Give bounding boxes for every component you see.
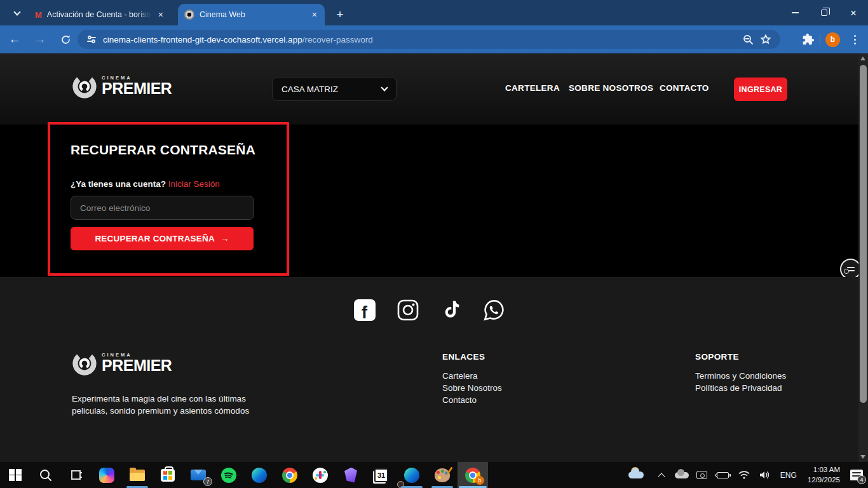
branch-selector[interactable]: CASA MATRIZ xyxy=(272,77,397,101)
divider xyxy=(820,34,820,45)
volume-button[interactable] xyxy=(754,462,775,488)
logo-text: CINEMA PREMIER xyxy=(102,352,172,375)
bookmark-star-icon[interactable] xyxy=(760,34,771,45)
branch-selector-value: CASA MATRIZ xyxy=(281,85,338,94)
email-field[interactable] xyxy=(71,196,254,220)
minimize-button[interactable] xyxy=(780,0,810,25)
spotify-icon xyxy=(221,468,236,483)
nav-contacto[interactable]: CONTACTO xyxy=(660,83,709,93)
close-button[interactable]: × xyxy=(839,0,868,25)
obsidian-icon xyxy=(344,468,357,483)
cloud-icon xyxy=(628,471,644,478)
chrome-icon xyxy=(282,468,297,483)
tab-cinema-web[interactable]: Cinema Web × xyxy=(178,4,325,25)
notification-center-button[interactable]: 4 xyxy=(845,462,868,488)
clock[interactable]: 1:03 AM 12/9/2025 xyxy=(803,462,845,488)
tab-close-icon[interactable]: × xyxy=(311,10,318,19)
chrome-button[interactable] xyxy=(275,462,305,488)
chevron-down-icon xyxy=(13,8,20,15)
footer-link-privacidad[interactable]: Políticas de Privacidad xyxy=(695,382,786,394)
edge-profile-button[interactable] xyxy=(397,462,427,488)
social-links: f xyxy=(0,298,858,322)
footer-link-cartelera[interactable]: Cartelera xyxy=(442,370,502,382)
copilot-icon xyxy=(99,468,114,483)
edge-icon xyxy=(252,468,267,483)
file-explorer-icon xyxy=(130,470,145,481)
onedrive-icon xyxy=(675,472,689,478)
nav-cartelera[interactable]: CARTELERA xyxy=(505,83,560,93)
zoom-out-icon[interactable] xyxy=(742,34,754,45)
language-indicator[interactable]: ENG xyxy=(775,462,803,488)
site-settings-icon[interactable] xyxy=(86,34,97,44)
logo-main-label: PREMIER xyxy=(102,356,172,375)
notification-badge: 4 xyxy=(857,475,866,484)
login-link[interactable]: Iniciar Sesión xyxy=(168,179,220,189)
scroll-down-arrow-icon[interactable] xyxy=(860,455,865,459)
forward-button[interactable]: → xyxy=(29,29,51,50)
system-tray: ENG 1:03 AM 12/9/2025 4 xyxy=(623,462,868,488)
spotify-button[interactable] xyxy=(214,462,244,488)
task-view-button[interactable] xyxy=(61,462,92,488)
recover-submit-button[interactable]: RECUPERAR CONTRASEÑA → xyxy=(71,227,254,250)
file-explorer-button[interactable] xyxy=(122,462,153,488)
page-scrollbar[interactable] xyxy=(858,53,868,462)
battery-button[interactable] xyxy=(712,462,734,488)
onedrive-button[interactable] xyxy=(672,462,692,488)
tab-search-button[interactable] xyxy=(8,4,27,21)
windows-logo-icon xyxy=(9,469,22,482)
show-hidden-icons-button[interactable] xyxy=(651,462,672,488)
reload-button[interactable] xyxy=(55,29,76,50)
browser-menu-button[interactable] xyxy=(845,30,864,49)
back-button[interactable]: ← xyxy=(4,29,25,50)
battery-icon xyxy=(717,472,729,478)
chrome-active-button[interactable]: b xyxy=(458,462,488,488)
taskbar: 7 31 b xyxy=(0,462,868,488)
scroll-up-arrow-icon[interactable] xyxy=(860,57,865,60)
start-button[interactable] xyxy=(0,462,31,488)
site-logo[interactable]: CINEMA PREMIER xyxy=(72,74,172,99)
prompt-text: ¿Ya tienes una cuenta? xyxy=(71,179,166,189)
edge-button[interactable] xyxy=(244,462,275,488)
calendar-button[interactable]: 31 xyxy=(366,462,397,488)
close-icon: × xyxy=(850,8,857,18)
mail-button[interactable]: 7 xyxy=(183,462,214,488)
instagram-icon[interactable] xyxy=(396,298,420,322)
whatsapp-icon[interactable] xyxy=(482,298,506,322)
tiktok-icon[interactable] xyxy=(439,298,463,322)
column-title: ENLACES xyxy=(442,352,502,362)
page-title: RECUPERAR CONTRASEÑA xyxy=(71,142,255,158)
network-button[interactable] xyxy=(734,462,754,488)
footer-logo: CINEMA PREMIER xyxy=(72,351,172,376)
scrollbar-thumb[interactable] xyxy=(860,65,867,403)
profile-avatar[interactable]: b xyxy=(825,32,840,47)
search-icon xyxy=(39,468,53,482)
footer-link-contacto[interactable]: Contacto xyxy=(442,394,502,406)
restore-icon xyxy=(821,10,827,16)
mail-badge: 7 xyxy=(203,477,212,486)
login-button[interactable]: INGRESAR xyxy=(734,78,787,101)
login-prompt: ¿Ya tienes una cuenta? Iniciar Sesión xyxy=(71,179,220,189)
new-tab-button[interactable]: + xyxy=(331,6,349,24)
weather-button[interactable] xyxy=(623,462,651,488)
window-controls: × xyxy=(780,0,868,25)
footer-link-sobre-nosotros[interactable]: Sobre Nosotros xyxy=(442,382,502,394)
taskbar-search-button[interactable] xyxy=(31,462,61,488)
address-bar[interactable]: cinema-clients-frontend-git-dev-cochasof… xyxy=(78,30,780,49)
wifi-icon xyxy=(738,470,750,480)
tab-gmail[interactable]: M Activación de Cuenta - borisscr × xyxy=(29,4,171,25)
extensions-icon[interactable] xyxy=(802,33,815,46)
cast-button[interactable] xyxy=(692,462,712,488)
line-icon xyxy=(847,267,855,268)
tab-close-icon[interactable]: × xyxy=(157,10,165,19)
nav-sobre-nosotros[interactable]: SOBRE NOSOTROS xyxy=(569,83,653,93)
slack-button[interactable] xyxy=(305,462,336,488)
obsidian-button[interactable] xyxy=(336,462,366,488)
paint-button[interactable] xyxy=(427,462,458,488)
microsoft-store-button[interactable] xyxy=(153,462,183,488)
footer-link-terminos[interactable]: Terminos y Condiciones xyxy=(695,370,786,382)
copilot-button[interactable] xyxy=(92,462,122,488)
restore-button[interactable] xyxy=(810,0,839,25)
microsoft-store-icon xyxy=(161,469,175,482)
facebook-icon[interactable]: f xyxy=(353,298,377,322)
edge-icon xyxy=(404,468,419,483)
